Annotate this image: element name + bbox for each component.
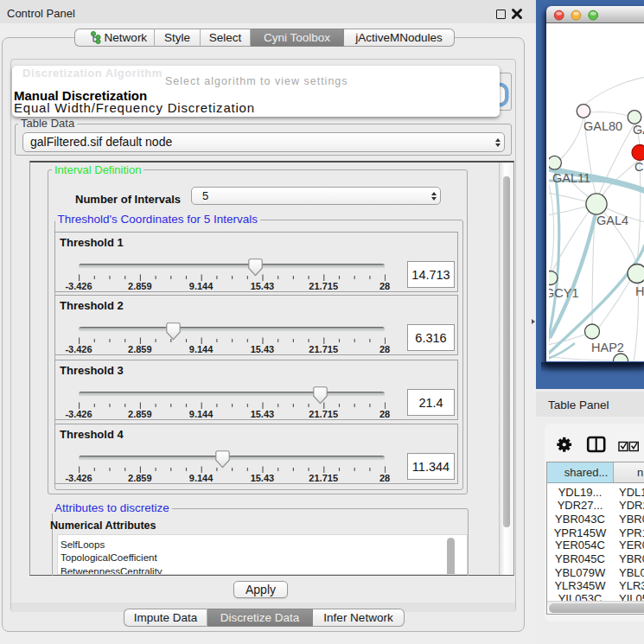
svg-text:GAL80: GAL80	[583, 119, 622, 133]
svg-text:GCY1: GCY1	[549, 286, 579, 300]
svg-text:GAL4: GAL4	[596, 214, 628, 227]
svg-text:H: H	[635, 284, 644, 298]
svg-text:GA: GA	[633, 123, 644, 137]
svg-text:CR: CR	[634, 160, 644, 174]
svg-text:GAL11: GAL11	[552, 171, 590, 185]
svg-text:HAP2: HAP2	[591, 341, 624, 354]
